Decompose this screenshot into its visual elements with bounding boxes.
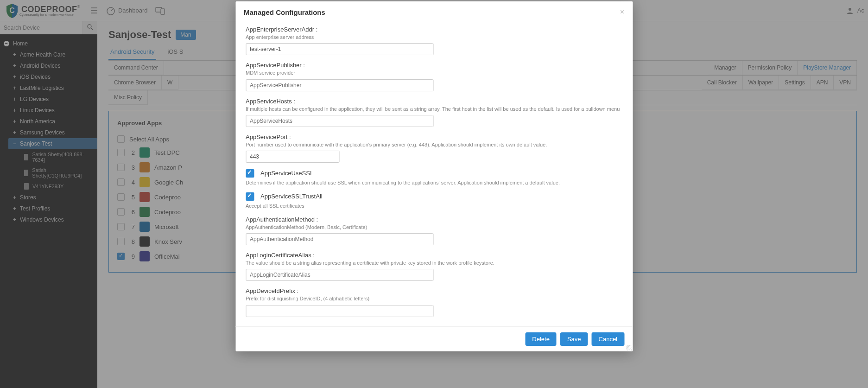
managed-config-modal: Managed Configurations × AppEnterpriseSe…: [235, 1, 633, 21]
modal-title: Managed Configurations: [244, 8, 325, 16]
close-icon[interactable]: ×: [620, 8, 624, 16]
